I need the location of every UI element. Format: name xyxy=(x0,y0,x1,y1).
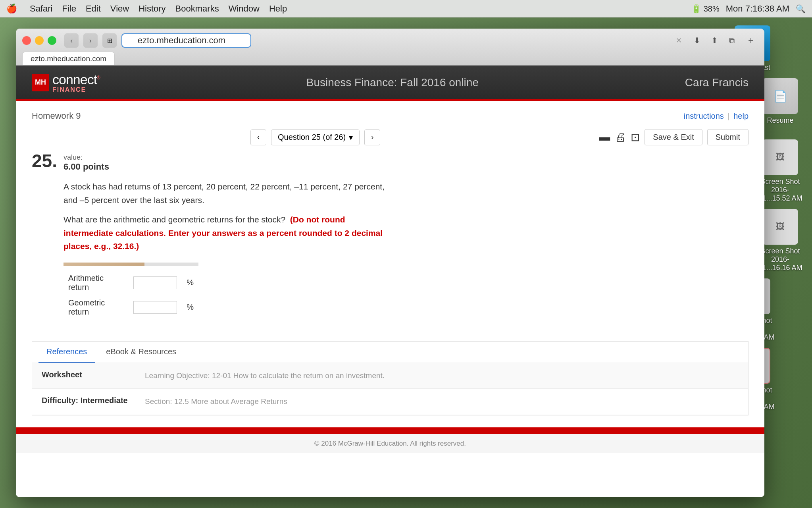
trademark-icon: ® xyxy=(97,75,100,80)
warning-text: (Do not round intermediate calculations.… xyxy=(63,215,383,251)
ref-value-difficulty: Section: 12.5 More about Average Returns xyxy=(145,396,287,408)
next-question-button[interactable]: › xyxy=(364,129,380,145)
question-selector[interactable]: Question 25 (of 26) ▾ xyxy=(271,129,360,145)
share-icon[interactable]: ⬆ xyxy=(707,33,722,48)
copyright-text: © 2016 McGraw-Hill Education. All rights… xyxy=(314,440,466,447)
references-tabs: References eBook & Resources xyxy=(32,342,748,363)
sidebar-button[interactable]: ⊞ xyxy=(102,33,117,48)
progress-bar-fill xyxy=(63,263,144,266)
browser-window: ‹ › ⊞ ✕ ⬇ ⬆ ⧉ + ezto.mheducation.com xyxy=(16,29,764,497)
input-section: Arithmetic return % Geometric return % xyxy=(32,263,749,320)
desktop: 📁 Southcoast 🖼 Shot16.27 AM 📄 Resume 🖼 S… xyxy=(0,17,812,508)
browser-content: MH connect® FINANCE Business Finance: Fa… xyxy=(16,66,764,497)
dropdown-icon: ▾ xyxy=(349,133,353,142)
menu-history[interactable]: History xyxy=(139,4,165,14)
geometric-label: Geometric return xyxy=(63,295,129,320)
qnav-center: ‹ Question 25 (of 26) ▾ › xyxy=(32,129,599,145)
app-header: MH connect® FINANCE Business Finance: Fa… xyxy=(16,66,764,101)
connect-text: connect® xyxy=(52,72,100,87)
screenshot-icon: 🖼 xyxy=(762,209,798,245)
menu-bookmarks[interactable]: Bookmarks xyxy=(175,4,219,14)
logo-text-group: connect® FINANCE xyxy=(52,72,100,93)
question-value-block: value: 6.00 points xyxy=(63,152,109,172)
text-mode-icon[interactable]: ▬ xyxy=(599,131,610,144)
close-button[interactable] xyxy=(22,36,31,45)
minimize-button[interactable] xyxy=(35,36,44,45)
question-label: Question 25 (of 26) xyxy=(278,133,346,142)
question-value-label: value: xyxy=(63,152,109,162)
browser-tabs: ezto.mheducation.com xyxy=(22,52,758,65)
course-title: Business Finance: Fall 2016 online xyxy=(100,76,685,89)
back-button[interactable]: ‹ xyxy=(64,33,79,48)
question-text: A stock has had returns of 13 percent, 2… xyxy=(63,180,389,207)
menu-window[interactable]: Window xyxy=(229,4,260,14)
ref-row-difficulty: Difficulty: Intermediate Section: 12.5 M… xyxy=(32,389,748,415)
mh-text: MH xyxy=(35,78,46,87)
question-number-row: 25. value: 6.00 points xyxy=(32,152,749,172)
question-value: 6.00 points xyxy=(63,162,109,172)
icon-label: Resume xyxy=(767,116,793,125)
submit-button[interactable]: Submit xyxy=(707,129,749,145)
references-section: References eBook & Resources Worksheet L… xyxy=(32,341,749,415)
menubar-right: 🔋 38% Mon 7:16:38 AM 🔍 xyxy=(691,4,806,14)
geometric-input[interactable] xyxy=(133,301,177,314)
save-exit-button[interactable]: Save & Exit xyxy=(645,129,702,145)
question-nav-row: ‹ Question 25 (of 26) ▾ › ▬ 🖨 ⊡ xyxy=(32,129,749,145)
forward-button[interactable]: › xyxy=(83,33,98,48)
geometric-input-cell xyxy=(129,295,182,320)
print-icon[interactable]: 🖨 xyxy=(615,131,626,144)
geometric-pct: % xyxy=(182,295,198,320)
instructions-link[interactable]: instructions xyxy=(684,112,724,120)
current-tab[interactable]: ezto.mheducation.com xyxy=(22,52,115,65)
browser-chrome: ‹ › ⊞ ✕ ⬇ ⬆ ⧉ + ezto.mheducation.com xyxy=(16,29,764,66)
geometric-row: Geometric return % xyxy=(63,295,198,320)
menu-safari[interactable]: Safari xyxy=(30,4,52,14)
tab-references[interactable]: References xyxy=(38,342,95,363)
question-instruction: What are the arithmetic and geometric re… xyxy=(63,213,389,253)
prev-question-button[interactable]: ‹ xyxy=(250,129,266,145)
copyright-footer: © 2016 McGraw-Hill Education. All rights… xyxy=(16,434,764,453)
search-icon[interactable]: 🔍 xyxy=(796,4,806,14)
address-bar[interactable] xyxy=(121,33,251,48)
arithmetic-input-cell xyxy=(129,270,182,295)
apple-menu[interactable]: 🍎 xyxy=(6,4,17,14)
clock: Mon 7:16:38 AM xyxy=(726,4,789,14)
menu-help[interactable]: Help xyxy=(269,4,287,14)
ref-label-difficulty: Difficulty: Intermediate xyxy=(42,396,145,408)
ref-label-worksheet: Worksheet xyxy=(42,370,145,382)
arithmetic-label: Arithmetic return xyxy=(63,270,129,295)
homework-links: instructions | help xyxy=(684,112,749,121)
app-footer-bar xyxy=(16,427,764,434)
qnav-icons: ▬ 🖨 ⊡ xyxy=(599,131,640,144)
new-tab-button[interactable]: + xyxy=(744,33,758,48)
question-number: 25. xyxy=(32,152,57,170)
arithmetic-row: Arithmetic return % xyxy=(63,270,198,295)
qnav-actions: ▬ 🖨 ⊡ Save & Exit Submit xyxy=(599,129,749,145)
input-table: Arithmetic return % Geometric return % xyxy=(63,270,198,320)
homework-header: Homework 9 instructions | help xyxy=(32,111,749,121)
tab-ebook[interactable]: eBook & Resources xyxy=(98,342,184,363)
fullscreen-button[interactable] xyxy=(48,36,56,45)
arithmetic-pct: % xyxy=(182,270,198,295)
references-content: Worksheet Learning Objective: 12-01 How … xyxy=(32,363,748,415)
traffic-lights xyxy=(22,36,56,45)
browser-controls: ‹ › ⊞ ✕ ⬇ ⬆ ⧉ + xyxy=(22,33,758,48)
download-icon[interactable]: ⬇ xyxy=(690,33,704,48)
logo-box: MH xyxy=(32,74,49,91)
help-link[interactable]: help xyxy=(733,112,749,120)
menu-edit[interactable]: Edit xyxy=(86,4,101,14)
browser-toolbar-right: ⬇ ⬆ ⧉ xyxy=(690,33,739,48)
ref-value-worksheet: Learning Objective: 12-01 How to calcula… xyxy=(145,370,385,382)
menu-file[interactable]: File xyxy=(62,4,76,14)
homework-area: Homework 9 instructions | help ‹ Questio… xyxy=(16,101,764,341)
progress-bar-container xyxy=(63,263,198,266)
clear-address-icon[interactable]: ✕ xyxy=(676,36,682,45)
new-window-icon[interactable]: ⧉ xyxy=(725,33,739,48)
screenshot-icon: 🖼 xyxy=(762,139,798,175)
question-body: A stock has had returns of 13 percent, 2… xyxy=(32,180,389,253)
doc-icon: 📄 xyxy=(762,78,798,114)
expand-icon[interactable]: ⊡ xyxy=(631,131,640,144)
arithmetic-input[interactable] xyxy=(133,276,177,289)
menu-view[interactable]: View xyxy=(110,4,129,14)
address-bar-wrap: ✕ xyxy=(121,33,685,48)
